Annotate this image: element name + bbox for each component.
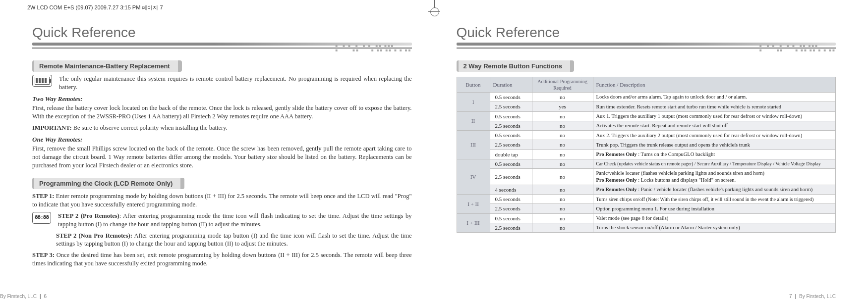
cell-duration: 0.5 seconds (490, 111, 532, 121)
th-description: Function / Description (593, 77, 836, 93)
heading-rule: ■ ■ ■ ■ ■ ■ ■■ ■■■■ ■■ ■ ■■ ■■ ■ ■ ■■ (32, 43, 412, 55)
table-row: 2.5 seconds no Option programming menu 1… (457, 204, 836, 213)
cell-ap: no (532, 159, 593, 169)
table-row: double tap no Pro Remotes Only : Turns o… (457, 150, 836, 159)
cell-desc: Pro Remotes Only : Panic / vehicle locat… (593, 185, 836, 194)
cell-duration: 0.5 seconds (490, 159, 532, 169)
table-header-row: Button Duration Additional ProgrammingRe… (457, 77, 836, 93)
cell-duration: 2.5 seconds (490, 121, 532, 130)
cell-desc: Aux 2. Triggers the auxiliary 2 output (… (593, 131, 836, 140)
cell-desc: Trunk pop. Triggers the trunk release ou… (593, 140, 836, 150)
cell-ap: yes (532, 102, 593, 111)
cell-duration: 2.5 seconds (490, 169, 532, 185)
cell-ap: no (532, 93, 593, 102)
page-title: Quick Reference (32, 25, 412, 41)
intro-text: The only regular maintenance this system… (59, 75, 412, 92)
one-way-body: First, remove the small Phillips screw l… (32, 145, 412, 170)
table-row: IV 0.5 seconds no Car Check (updates veh… (457, 159, 836, 169)
step1: STEP 1: Enter remote programming mode by… (32, 192, 412, 209)
cell-ap: no (532, 213, 593, 223)
cell-ap: no (532, 204, 593, 213)
page-right: Quick Reference ■ ■ ■ ■ ■ ■ ■■ ■■■■ ■■ ■… (434, 20, 868, 303)
battery-icon (32, 75, 52, 87)
cell-desc: Locks doors and/or arms alarm. Tap again… (593, 93, 836, 102)
two-way-body: First, release the battery cover lock lo… (32, 104, 412, 121)
cell-desc: Car Check (updates vehicle status on rem… (593, 159, 836, 169)
cell-ap: no (532, 121, 593, 130)
cell-ap: no (532, 194, 593, 203)
button-function-table: Button Duration Additional ProgrammingRe… (457, 77, 836, 233)
th-duration: Duration (490, 77, 532, 93)
cell-button: I + II (457, 194, 490, 213)
cell-desc: Turns the shock sensor on/off (Alarm or … (593, 223, 836, 232)
section-clock: Programming the Clock (LCD Remote Only) (32, 178, 183, 189)
lcd-clock-icon: 88:88 (32, 212, 51, 224)
cell-button: III (457, 131, 490, 159)
page-left: Quick Reference ■ ■ ■ ■ ■ ■ ■■ ■■■■ ■■ ■… (0, 20, 434, 303)
cell-duration: 0.5 seconds (490, 93, 532, 102)
cell-ap: no (532, 150, 593, 159)
cell-ap: no (532, 111, 593, 121)
cell-duration: 0.5 seconds (490, 194, 532, 203)
table-row: 4 seconds no Pro Remotes Only : Panic / … (457, 185, 836, 194)
cell-duration: 0.5 seconds (490, 131, 532, 140)
cell-ap: no (532, 185, 593, 194)
table-row: 2.5 seconds no Trunk pop. Triggers the t… (457, 140, 836, 150)
table-row: 2.5 seconds no Activates the remote star… (457, 121, 836, 130)
table-row: 2.5 seconds no Turns the shock sensor on… (457, 223, 836, 232)
table-row: 2.5 seconds yes Run time extender. Reset… (457, 102, 836, 111)
cell-duration: double tap (490, 150, 532, 159)
cell-button: II (457, 111, 490, 131)
cell-ap: no (532, 223, 593, 232)
th-button: Button (457, 77, 490, 93)
two-way-heading: Two Way Remotes: (32, 95, 412, 103)
cell-desc: Option programming menu 1. For use durin… (593, 204, 836, 213)
step3: STEP 3: Once the desired time has been s… (32, 251, 412, 268)
cell-desc: Turns siren chirps on/off (Note: With th… (593, 194, 836, 203)
section-battery: Remote Maintenance-Battery Replacement (32, 60, 181, 72)
cell-ap: no (532, 131, 593, 140)
cell-duration: 2.5 seconds (490, 204, 532, 213)
cell-ap: no (532, 169, 593, 185)
cell-duration: 2.5 seconds (490, 102, 532, 111)
cell-desc: Valet mode (see page 8 for details) (593, 213, 836, 223)
footer-left: By Firstech, LLC|6 (0, 294, 47, 299)
heading-rule: ■ ■ ■ ■ ■ ■ ■■ ■■■■ ■■ ■ ■■ ■■ ■ ■ ■■ (457, 43, 836, 55)
center-crop-mark (434, 0, 435, 15)
cell-duration: 2.5 seconds (490, 223, 532, 232)
cell-duration: 2.5 seconds (490, 140, 532, 150)
table-row: III 0.5 seconds no Aux 2. Triggers the a… (457, 131, 836, 140)
table-row: 2.5 seconds no Panic/vehicle locater (fl… (457, 169, 836, 185)
cell-desc: Pro Remotes Only : Turns on the CompuGLO… (593, 150, 836, 159)
step2-nonpro: STEP 2 (Non Pro Remotes): After entering… (56, 232, 412, 249)
cell-ap: no (532, 140, 593, 150)
cell-duration: 4 seconds (490, 185, 532, 194)
cell-duration: 0.5 seconds (490, 213, 532, 223)
step2-pro: STEP 2 (Pro Remotes): After entering pro… (58, 212, 411, 229)
crop-header: 2W LCD COM E+S (09.07) 2009.7.27 3:15 PM… (27, 4, 163, 11)
two-way-important: IMPORTANT: Be sure to observe correct po… (32, 124, 412, 132)
one-way-heading: One Way Remotes: (32, 135, 412, 144)
footer-right: 7|By Firstech, LLC (789, 294, 836, 299)
table-row: I 0.5 seconds no Locks doors and/or arms… (457, 93, 836, 102)
table-row: II 0.5 seconds no Aux 1. Triggers the au… (457, 111, 836, 121)
page-spread: Quick Reference ■ ■ ■ ■ ■ ■ ■■ ■■■■ ■■ ■… (0, 0, 868, 303)
cell-button: I (457, 93, 490, 112)
table-row: I + III 0.5 seconds no Valet mode (see p… (457, 213, 836, 223)
section-button-functions: 2 Way Remote Button Functions (457, 60, 574, 72)
cell-desc: Run time extender. Resets remote start a… (593, 102, 836, 111)
cell-desc: Panic/vehicle locater (flashes vehicleís… (593, 169, 836, 185)
cell-button: IV (457, 159, 490, 195)
cell-desc: Aux 1. Triggers the auxiliary 1 output (… (593, 111, 836, 121)
cell-button: I + III (457, 213, 490, 233)
th-programming: Additional ProgrammingRequired (532, 77, 593, 93)
page-title: Quick Reference (457, 25, 836, 41)
cell-desc: Activates the remote start. Repeat and r… (593, 121, 836, 130)
table-row: I + II 0.5 seconds no Turns siren chirps… (457, 194, 836, 203)
